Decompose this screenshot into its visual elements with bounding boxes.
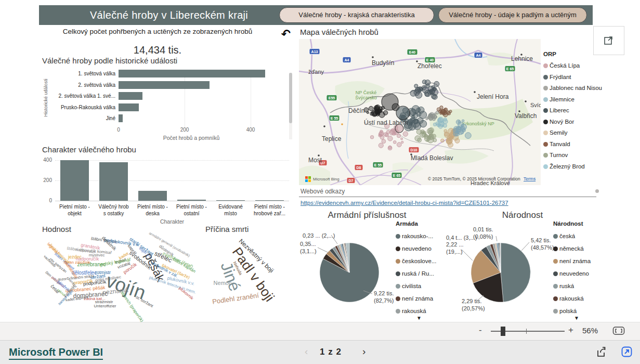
bar[interactable]	[119, 70, 265, 77]
legend-scroll-arrow[interactable]: ▼	[553, 315, 600, 321]
map-terms-link[interactable]: Terms	[524, 176, 535, 181]
column-bar[interactable]	[216, 200, 245, 201]
cloud-word[interactable]: Podlehl zranění	[212, 291, 259, 305]
map-bubble[interactable]	[369, 106, 373, 111]
cloud-word[interactable]: Unteroffizier	[94, 304, 116, 308]
map-bubble[interactable]	[379, 131, 384, 136]
map-bubble[interactable]	[438, 119, 441, 122]
bar-chart-scrollbar[interactable]	[289, 73, 292, 139]
map-legend-item[interactable]: Nový Bor	[543, 119, 600, 125]
powerbi-brand-link[interactable]: Microsoft Power BI	[9, 346, 103, 360]
legend-item[interactable]: rakouská	[396, 308, 442, 314]
legend-item[interactable]: německá	[553, 245, 600, 252]
prev-page-button[interactable]: ‹	[305, 346, 308, 357]
zoom-slider-handle[interactable]	[501, 327, 505, 336]
map-bubble[interactable]	[462, 120, 464, 122]
bar[interactable]	[119, 81, 210, 89]
map-bubble[interactable]	[449, 138, 451, 140]
legend-item[interactable]: polská	[553, 308, 600, 314]
map-bubble[interactable]	[419, 111, 426, 119]
map-bubble[interactable]	[444, 129, 447, 133]
zoom-in-button[interactable]: +	[568, 325, 573, 335]
bing-map[interactable]: NP ČeskéŠvýcarskoKrkonošský NPA13A4A4E40…	[299, 39, 541, 185]
legend-item[interactable]: není známa	[396, 295, 442, 302]
map-bubble[interactable]	[374, 108, 376, 110]
map-legend-item[interactable]: Jablonec nad Nisou	[543, 85, 600, 91]
map-bubble[interactable]	[417, 138, 422, 142]
map-bubble[interactable]	[442, 125, 444, 127]
map-bubble[interactable]	[401, 138, 403, 140]
map-legend-item[interactable]: Železný Brod	[543, 163, 600, 170]
map-bubble[interactable]	[446, 111, 450, 114]
map-bubble[interactable]	[410, 118, 416, 123]
map-legend-item[interactable]: Česká Lípa	[543, 62, 600, 69]
map-legend-item[interactable]: Turnov	[543, 152, 600, 158]
map-bubble[interactable]	[458, 121, 460, 123]
map-legend-item[interactable]: Liberec	[543, 107, 600, 113]
map-bubble[interactable]	[386, 131, 389, 134]
map-bubble[interactable]	[433, 123, 436, 126]
column-bar[interactable]	[60, 160, 89, 201]
map-bubble[interactable]	[416, 108, 421, 112]
map-bubble[interactable]	[434, 81, 439, 86]
legend-item[interactable]: není známa	[553, 258, 600, 264]
weblink-url[interactable]: https://evidencevh.army.cz/Evidence/deta…	[301, 200, 508, 206]
map-bubble[interactable]	[378, 143, 383, 148]
map-bubble[interactable]	[440, 106, 443, 109]
pie-slice[interactable]	[501, 243, 530, 302]
map-bubble[interactable]	[378, 109, 382, 112]
legend-item[interactable]: neuvedeno	[553, 270, 600, 277]
fit-to-page-button[interactable]	[612, 326, 625, 337]
cloud-word[interactable]: Nemoc	[214, 280, 232, 286]
map-bubble[interactable]	[438, 123, 441, 126]
column-bar[interactable]	[255, 200, 284, 201]
legend-item[interactable]: rakousko-...	[396, 233, 442, 239]
map-bubble[interactable]	[465, 133, 472, 139]
weblinks-scroll-dot[interactable]	[595, 189, 599, 193]
map-bubble[interactable]	[429, 116, 433, 120]
map-bubble[interactable]	[403, 132, 408, 136]
legend-scroll-arrow[interactable]: ▼	[396, 315, 442, 321]
map-bubble[interactable]	[425, 134, 427, 137]
column-bar[interactable]	[177, 200, 206, 201]
legend-item[interactable]: českoslove...	[396, 258, 442, 264]
bar[interactable]	[119, 114, 123, 122]
map-bubble[interactable]	[422, 87, 428, 93]
map-legend-item[interactable]: Frýdlant	[543, 74, 600, 80]
map-bubble[interactable]	[370, 136, 374, 139]
map-bubble[interactable]	[427, 136, 431, 139]
scrollbar-thumb[interactable]	[289, 73, 292, 123]
map-legend-item[interactable]: Tanvald	[543, 141, 600, 147]
map-bubble[interactable]	[401, 141, 403, 143]
map-bubble[interactable]	[457, 132, 459, 134]
map-bubble[interactable]	[415, 92, 422, 98]
map-bubble[interactable]	[427, 128, 433, 134]
column-bar[interactable]	[99, 162, 128, 201]
map-bubble[interactable]	[462, 128, 466, 132]
map-bubble[interactable]	[422, 80, 426, 84]
cloud-word[interactable]: jezdec	[68, 254, 82, 259]
bar[interactable]	[119, 103, 139, 111]
map-bubble[interactable]	[393, 141, 396, 144]
legend-item[interactable]: ruská / Ru...	[396, 270, 442, 277]
map-legend-item[interactable]: Jilemnice	[543, 96, 600, 102]
map-bubble[interactable]	[434, 113, 436, 115]
next-page-button[interactable]: ›	[362, 346, 365, 357]
bar[interactable]	[119, 92, 142, 100]
map-bubble[interactable]	[427, 116, 429, 119]
undo-icon[interactable]: ↶	[280, 26, 295, 41]
tab-krajska-charakteristika[interactable]: Válečné hroby - krajská charakteristika	[279, 7, 434, 23]
map-bubble[interactable]	[382, 139, 386, 144]
legend-item[interactable]: civilista	[396, 283, 442, 289]
map-bubble[interactable]	[420, 132, 425, 137]
map-bubble[interactable]	[388, 136, 393, 141]
column-bar[interactable]	[138, 191, 167, 201]
legend-item[interactable]: neuvedeno	[396, 245, 442, 252]
map-bubble[interactable]	[458, 127, 461, 130]
map-bubble[interactable]	[388, 146, 391, 149]
map-bubble[interactable]	[441, 139, 445, 142]
open-in-app-button[interactable]	[621, 346, 633, 360]
map-bubble[interactable]	[372, 111, 377, 116]
map-bubble[interactable]	[410, 109, 416, 115]
legend-item[interactable]: ruská	[553, 283, 600, 289]
